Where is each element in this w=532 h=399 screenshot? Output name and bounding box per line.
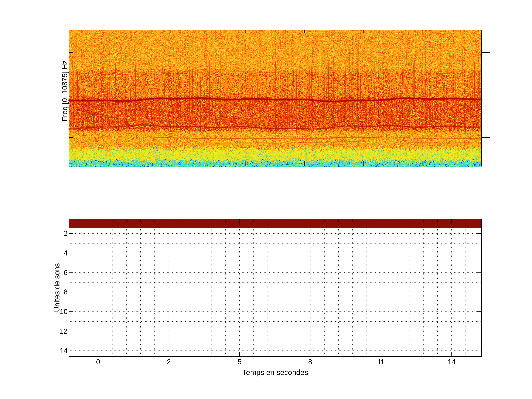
- y-tick-label-2: 2: [45, 230, 68, 237]
- units-plot: [69, 219, 481, 356]
- x-tick-label-11: 11: [366, 358, 396, 365]
- x-tick-label-8: 8: [295, 358, 325, 365]
- spectrogram-ylabel: Freq [0, 10875] Hz: [61, 60, 68, 121]
- figure: Freq [0, 10875] Hz Unites de sons Temps …: [0, 0, 532, 399]
- time-xlabel: Temps en secondes: [242, 369, 308, 376]
- x-tick-label-14: 14: [437, 358, 466, 365]
- spectrogram-plot: [69, 30, 481, 166]
- x-tick-label-2: 2: [154, 358, 184, 365]
- x-tick-label-5: 5: [225, 358, 254, 365]
- y-tick-label-14: 14: [45, 347, 68, 354]
- y-tick-label-10: 10: [45, 308, 68, 315]
- x-tick-label-0: 0: [83, 358, 113, 365]
- y-tick-label-6: 6: [45, 269, 68, 276]
- y-tick-label-4: 4: [45, 250, 68, 257]
- y-tick-label-12: 12: [45, 328, 68, 335]
- y-tick-label-8: 8: [45, 289, 68, 296]
